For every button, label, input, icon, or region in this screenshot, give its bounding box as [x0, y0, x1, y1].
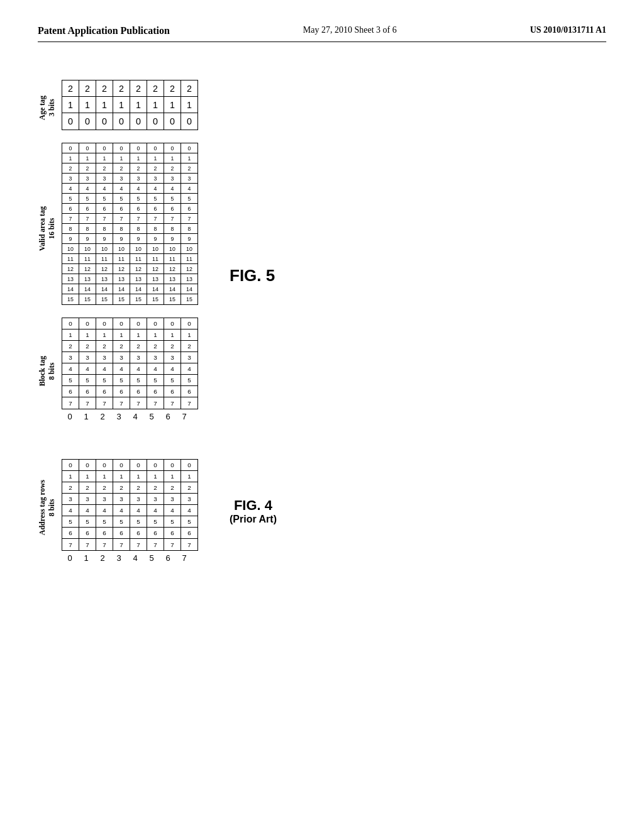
- bit-cell: 13: [147, 274, 164, 284]
- bit-cell: 7: [96, 214, 113, 224]
- bit-cell: 6: [147, 204, 164, 214]
- bit-cell: 2: [181, 341, 197, 352]
- bit-cell: 1: [62, 329, 79, 341]
- bit-cell: 13: [96, 274, 113, 284]
- bit-cell: 14: [79, 284, 96, 294]
- bit-cell: 9: [79, 234, 96, 244]
- bit-cell: 6: [62, 204, 79, 214]
- addr-col-number-label: 7: [176, 553, 192, 563]
- bit-cell: 10: [96, 244, 113, 254]
- bit-cell: 7: [147, 214, 164, 224]
- patent-number: US 2010/0131711 A1: [530, 25, 606, 35]
- bit-cell: 2: [79, 163, 96, 174]
- bit-cell: 6: [113, 386, 130, 397]
- bit-cell: 0: [62, 113, 79, 130]
- bit-cell: 0: [79, 113, 96, 130]
- bit-cell: 3: [62, 352, 79, 363]
- bit-cell: 1: [79, 471, 96, 482]
- bit-cell: 5: [164, 194, 180, 204]
- block-tag-label: Block tag8 bits: [38, 356, 57, 386]
- addr-col-number-label: 1: [78, 553, 94, 563]
- bit-cell: 1: [130, 153, 147, 163]
- bit-cell: 5: [79, 375, 96, 386]
- bit-cell: 5: [79, 516, 96, 528]
- bit-cell: 4: [181, 505, 197, 516]
- bit-cell: 1: [130, 329, 147, 341]
- bit-cell: 6: [79, 386, 96, 397]
- bit-cell: 1: [164, 97, 180, 113]
- bit-cell: 1: [181, 97, 197, 113]
- bit-cell: 5: [96, 516, 113, 528]
- bit-cell: 5: [62, 375, 79, 386]
- col-number-label: 0: [62, 412, 78, 421]
- bit-cell: 6: [164, 528, 180, 539]
- bit-cell: 7: [79, 539, 96, 550]
- bit-cell: 4: [164, 184, 180, 194]
- bit-cell: 1: [147, 329, 164, 341]
- col-number-label: 3: [111, 412, 127, 421]
- addr-col-number-label: 3: [111, 553, 127, 563]
- bit-cell: 1: [113, 329, 130, 341]
- bit-cell: 5: [130, 516, 147, 528]
- bit-cell: 12: [164, 264, 180, 274]
- col-number-label: 6: [160, 412, 176, 421]
- bit-cell: 5: [62, 516, 79, 528]
- bit-cell: 1: [147, 471, 164, 482]
- bit-cell: 4: [62, 184, 79, 194]
- bit-cell: 11: [181, 254, 197, 264]
- bit-cell: 1: [181, 329, 197, 341]
- bit-cell: 1: [79, 97, 96, 113]
- bit-cell: 3: [96, 352, 113, 363]
- bit-cell: 14: [113, 284, 130, 294]
- bit-cell: 6: [181, 528, 197, 539]
- bit-cell: 3: [113, 174, 130, 184]
- bit-cell: 12: [96, 264, 113, 274]
- bit-cell: 4: [62, 363, 79, 375]
- bit-cell: 13: [113, 274, 130, 284]
- col-number-label: 7: [176, 412, 192, 421]
- bit-cell: 0: [96, 460, 113, 471]
- col-number-label: 2: [94, 412, 111, 421]
- bit-cell: 2: [96, 80, 113, 97]
- bit-cell: 6: [181, 386, 197, 397]
- bit-cell: 1: [62, 153, 79, 163]
- bit-cell: 1: [147, 97, 164, 113]
- bit-cell: 4: [113, 363, 130, 375]
- bit-cell: 5: [79, 194, 96, 204]
- bit-cell: 12: [147, 264, 164, 274]
- bit-cell: 15: [96, 294, 113, 304]
- bit-cell: 15: [147, 294, 164, 304]
- bit-cell: 6: [181, 204, 197, 214]
- bit-cell: 7: [113, 214, 130, 224]
- bit-cell: 1: [62, 97, 79, 113]
- addr-col-number-label: 2: [94, 553, 111, 563]
- bit-cell: 15: [130, 294, 147, 304]
- bit-cell: 4: [79, 505, 96, 516]
- bit-cell: 6: [164, 386, 180, 397]
- bit-cell: 6: [62, 386, 79, 397]
- bit-cell: 0: [164, 113, 180, 130]
- bit-cell: 14: [96, 284, 113, 294]
- bit-cell: 0: [62, 143, 79, 153]
- bit-cell: 9: [96, 234, 113, 244]
- bit-cell: 2: [181, 482, 197, 494]
- bit-cell: 7: [181, 214, 197, 224]
- bit-cell: 4: [164, 363, 180, 375]
- fig4-label: FIG. 4: [230, 497, 277, 514]
- bit-cell: 5: [147, 194, 164, 204]
- fig5-label: FIG. 5: [230, 266, 275, 285]
- bit-cell: 10: [79, 244, 96, 254]
- bit-cell: 2: [147, 482, 164, 494]
- bit-cell: 3: [147, 174, 164, 184]
- bit-cell: 2: [79, 80, 96, 97]
- bit-cell: 11: [130, 254, 147, 264]
- bit-cell: 13: [164, 274, 180, 284]
- bit-cell: 3: [79, 174, 96, 184]
- bit-cell: 14: [181, 284, 197, 294]
- bit-cell: 4: [147, 363, 164, 375]
- bit-cell: 2: [113, 80, 130, 97]
- bit-cell: 6: [164, 204, 180, 214]
- bit-cell: 0: [62, 460, 79, 471]
- page: Patent Application Publication May 27, 2…: [0, 0, 644, 830]
- bit-cell: 5: [164, 375, 180, 386]
